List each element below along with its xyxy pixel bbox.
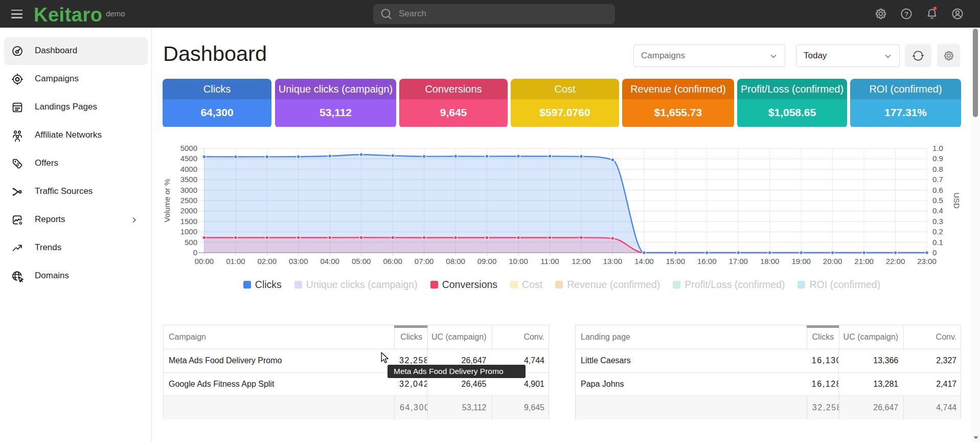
svg-text:19:00: 19:00: [791, 257, 811, 266]
svg-text:0.6: 0.6: [932, 186, 943, 194]
svg-text:00:00: 00:00: [195, 257, 214, 266]
svg-text:0.7: 0.7: [932, 175, 943, 184]
svg-text:0.5: 0.5: [932, 196, 943, 205]
svg-text:21:00: 21:00: [854, 257, 874, 266]
svg-text:500: 500: [185, 238, 197, 247]
svg-text:3500: 3500: [180, 175, 197, 184]
svg-text:20:00: 20:00: [823, 257, 842, 266]
svg-text:3000: 3000: [180, 186, 197, 194]
svg-text:0.3: 0.3: [932, 217, 943, 226]
svg-text:16:00: 16:00: [697, 257, 717, 266]
svg-text:13:00: 13:00: [603, 257, 623, 266]
svg-text:06:00: 06:00: [383, 257, 402, 266]
svg-text:0: 0: [932, 248, 937, 257]
svg-text:11:00: 11:00: [540, 257, 559, 266]
svg-text:4500: 4500: [180, 154, 197, 163]
svg-text:02:00: 02:00: [258, 257, 277, 266]
svg-text:0.8: 0.8: [932, 165, 943, 173]
svg-text:0: 0: [193, 248, 197, 257]
svg-text:0.9: 0.9: [932, 154, 943, 163]
svg-text:Volume or %: Volume or %: [163, 179, 171, 222]
svg-text:USD: USD: [952, 192, 961, 209]
svg-text:?: ?: [904, 10, 908, 18]
svg-text:2000: 2000: [180, 206, 197, 215]
svg-text:12:00: 12:00: [572, 257, 591, 266]
svg-text:08:00: 08:00: [446, 257, 465, 266]
svg-text:01:00: 01:00: [226, 257, 245, 266]
svg-text:04:00: 04:00: [320, 257, 339, 266]
svg-text:22:00: 22:00: [886, 257, 905, 266]
svg-text:23:00: 23:00: [917, 257, 937, 266]
svg-text:07:00: 07:00: [415, 257, 434, 266]
svg-text:05:00: 05:00: [352, 257, 371, 266]
svg-text:14:00: 14:00: [634, 257, 654, 266]
svg-text:0.4: 0.4: [932, 206, 943, 215]
svg-text:4000: 4000: [180, 165, 197, 173]
svg-text:1000: 1000: [180, 227, 197, 236]
svg-text:5000: 5000: [180, 144, 197, 152]
svg-text:03:00: 03:00: [289, 257, 308, 266]
svg-text:15:00: 15:00: [666, 257, 686, 266]
svg-text:0.2: 0.2: [932, 227, 943, 236]
svg-text:2500: 2500: [180, 196, 197, 205]
svg-text:1500: 1500: [180, 217, 197, 226]
svg-text:10:00: 10:00: [509, 257, 528, 266]
svg-text:09:00: 09:00: [477, 257, 497, 266]
svg-text:0.1: 0.1: [932, 238, 943, 247]
svg-text:17:00: 17:00: [728, 257, 748, 266]
svg-text:1.0: 1.0: [932, 144, 943, 152]
svg-text:18:00: 18:00: [760, 257, 780, 266]
